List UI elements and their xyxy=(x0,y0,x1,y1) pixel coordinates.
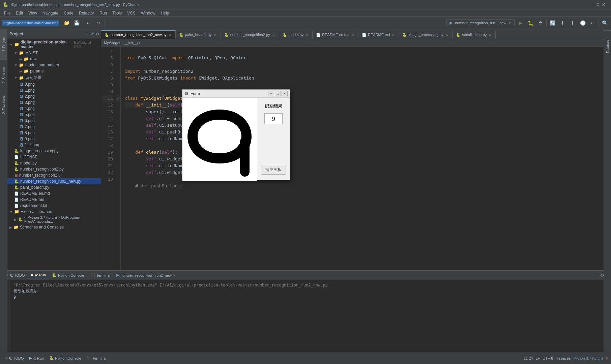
status-terminal[interactable]: ⬛ Terminal xyxy=(85,352,109,364)
bp-tab-close[interactable]: ✕ xyxy=(173,273,176,277)
sidebar-run2-new[interactable]: 🐍 number_recognition_run2_new.py xyxy=(7,178,101,184)
status-python-ver[interactable]: Python 3.7 (torch) xyxy=(573,356,603,360)
project-sync-btn[interactable]: ⟳ xyxy=(91,31,94,36)
push-btn[interactable]: ⬆ xyxy=(568,19,577,27)
code-editor[interactable]: 456789 10111213 141516171819 20212223 ▷ … xyxy=(101,47,604,270)
tab-readme[interactable]: 📄 README.md ✕ xyxy=(358,31,399,39)
tab-close-3[interactable]: ✕ xyxy=(271,33,275,37)
menu-vcs[interactable]: VCS xyxy=(124,10,138,16)
form-minimize-btn[interactable]: ─ xyxy=(268,91,274,96)
tab-number-recognition2[interactable]: 🐍 number_recognition2.py ✕ xyxy=(221,31,279,39)
tab-model[interactable]: 🐍 model.py ✕ xyxy=(279,31,313,39)
sidebar-111png[interactable]: 🖼 111.png xyxy=(7,142,101,148)
bp-tab-python-console[interactable]: 🐍 Python Console xyxy=(49,272,87,278)
bp-tab-run[interactable]: ▶ 4: Run xyxy=(28,272,49,278)
structure-panel-tab[interactable]: 2: Structure xyxy=(0,59,7,90)
sidebar-readme[interactable]: 📄 README.md xyxy=(7,196,101,203)
tab-close-1[interactable]: ✕ xyxy=(168,33,172,37)
sidebar-python37-torch[interactable]: ▶ 🐍 < Python 3.7 (torch) > D:\Program Fi… xyxy=(7,215,101,224)
sidebar-image-processing[interactable]: 🐍 image_processing.py xyxy=(7,148,101,154)
sidebar-root[interactable]: ▼ 📁 digital-prediction-tablet-master E:/… xyxy=(7,39,101,50)
tab-close-4[interactable]: ✕ xyxy=(305,33,309,37)
close-btn[interactable]: ✕ xyxy=(602,2,606,7)
toolbar-open-btn[interactable]: 📁 xyxy=(62,19,71,27)
database-tab[interactable]: Database xyxy=(604,30,611,61)
clear-canvas-btn[interactable]: 清空画板 xyxy=(261,165,286,175)
menu-run[interactable]: Run xyxy=(97,10,110,16)
sidebar-2png[interactable]: 🖼 2.png xyxy=(7,93,101,99)
tab-close-6[interactable]: ✕ xyxy=(391,33,395,37)
drawing-canvas[interactable] xyxy=(182,98,257,181)
vcs-btn[interactable]: ⬇ xyxy=(558,19,567,27)
sidebar-license[interactable]: 📄 LICENSE xyxy=(7,154,101,160)
tab-close-5[interactable]: ✕ xyxy=(351,33,355,37)
toolbar-save-btn[interactable]: 💾 xyxy=(72,19,81,27)
status-indent[interactable]: 4 spaces xyxy=(556,356,571,360)
sidebar-5png[interactable]: 🖼 5.png xyxy=(7,112,101,118)
sidebar-jieguo[interactable]: ▼ 📁 识别结果 xyxy=(7,74,101,81)
sidebar-6png[interactable]: 🖼 6.png xyxy=(7,118,101,124)
sidebar-9png[interactable]: 🖼 9.png xyxy=(7,136,101,142)
search-everywhere-btn[interactable]: 🔍 xyxy=(600,19,609,27)
sidebar-model-py[interactable]: 🐍 model.py xyxy=(7,160,101,166)
coverage-btn[interactable]: ☂ xyxy=(536,19,545,27)
update-btn[interactable]: 🔄 xyxy=(548,19,557,27)
sidebar-4png[interactable]: 🖼 4.png xyxy=(7,105,101,112)
sidebar-parame[interactable]: ▶ 📁 parame xyxy=(7,68,101,74)
sidebar-mnist[interactable]: ▼ 📁 MNIST xyxy=(7,50,101,56)
sidebar-readme-en[interactable]: 📄 README.en.md xyxy=(7,190,101,196)
form-close-btn[interactable]: ✕ xyxy=(282,91,288,96)
history-btn[interactable]: 🕐 xyxy=(578,19,587,27)
toolbar-undo-btn[interactable]: ↩ xyxy=(84,19,93,27)
tab-number-recognition-run2[interactable]: 🐍 number_recognition_run2_new.py ✕ xyxy=(101,30,176,39)
status-lf[interactable]: LF xyxy=(535,356,540,360)
run-btn[interactable]: ▶ xyxy=(516,19,525,27)
breadcrumb-init[interactable]: __init__() xyxy=(124,41,140,45)
sidebar-number-recognition2-ui[interactable]: 🖥 number_recognition2.ui xyxy=(7,172,101,178)
status-todo[interactable]: ⚠ 6: TODO xyxy=(3,352,26,364)
menu-code[interactable]: Code xyxy=(61,10,76,16)
form-maximize-btn[interactable]: □ xyxy=(275,91,281,96)
sidebar-raw[interactable]: ▶ 📁 raw xyxy=(7,56,101,62)
sidebar-7png[interactable]: 🖼 7.png xyxy=(7,124,101,130)
tab-readme-en[interactable]: 📄 README.en.md ✕ xyxy=(313,31,358,39)
project-settings-btn[interactable]: ⚙ xyxy=(95,31,99,36)
tab-paint-board[interactable]: 🐍 paint_board4.py ✕ xyxy=(176,31,221,39)
status-run[interactable]: ▶ 4: Run xyxy=(27,352,46,364)
breadcrumb-mywidget[interactable]: MyWidget xyxy=(104,41,120,45)
menu-edit[interactable]: Edit xyxy=(13,10,26,16)
sidebar-3png[interactable]: 🖼 3.png xyxy=(7,99,101,105)
menu-tools[interactable]: Tools xyxy=(110,10,124,16)
tab-close-8[interactable]: ✕ xyxy=(488,33,492,37)
project-new-btn[interactable]: + xyxy=(87,31,89,36)
sidebar-number-recognition2-py[interactable]: 🐍 number_recognition2.py xyxy=(7,166,101,172)
tab-serialization[interactable]: 🐍 serialization.py ✕ xyxy=(453,31,496,39)
revert-btn[interactable]: ↩ xyxy=(588,19,597,27)
menu-refactor[interactable]: Refactor xyxy=(76,10,97,16)
tab-image-processing[interactable]: 🐍 image_processing.py ✕ xyxy=(399,31,453,39)
menu-view[interactable]: View xyxy=(26,10,40,16)
sidebar-paint-board4[interactable]: 🐍 paint_board4.py xyxy=(7,184,101,190)
menu-window[interactable]: Window xyxy=(138,10,158,16)
sidebar-external-libs[interactable]: ▼ 📁 External Libraries xyxy=(7,209,101,215)
status-charset[interactable]: UTF-8 xyxy=(543,356,553,360)
menu-file[interactable]: File xyxy=(1,10,13,16)
menu-navigate[interactable]: Navigate xyxy=(40,10,61,16)
sidebar-scratches[interactable]: ▶ 📁 Scratches and Consoles xyxy=(7,224,101,230)
sidebar-8png[interactable]: 🖼 8.png xyxy=(7,130,101,136)
menu-help[interactable]: Help xyxy=(158,10,172,16)
tab-close-2[interactable]: ✕ xyxy=(213,33,217,37)
tab-close-7[interactable]: ✕ xyxy=(445,33,449,37)
toolbar-redo-btn[interactable]: ↪ xyxy=(94,19,103,27)
favorites-panel-tab[interactable]: 2: Favorites xyxy=(0,90,7,120)
minimize-btn[interactable]: ─ xyxy=(591,2,594,7)
sidebar-0png[interactable]: 🖼 0.png xyxy=(7,81,101,87)
debug-btn[interactable]: 🐛 xyxy=(526,19,535,27)
sidebar-model-params[interactable]: ▼ 📁 model_parameters xyxy=(7,62,101,68)
sidebar-1png[interactable]: 🖼 1.png xyxy=(7,87,101,93)
project-panel-tab[interactable]: 1: Project xyxy=(0,29,7,59)
sidebar-requirement[interactable]: 📄 requirement.txt xyxy=(7,203,101,209)
status-python-console[interactable]: 🐍 Python Console xyxy=(47,352,83,364)
maximize-btn[interactable]: □ xyxy=(597,2,599,7)
bp-tab-terminal[interactable]: ⬛ Terminal xyxy=(88,272,113,278)
